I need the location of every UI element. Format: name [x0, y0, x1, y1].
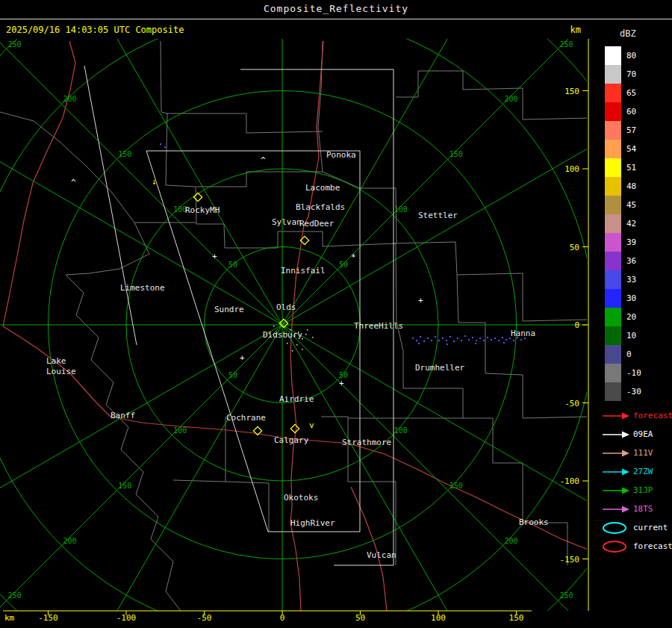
- legend-value: 36: [626, 256, 636, 266]
- y-axis-label: -100: [560, 476, 580, 486]
- radial-spoke: [0, 325, 282, 621]
- x-axis-label: 150: [509, 613, 524, 623]
- map-layers: 5010015020025050100150200250501001502002…: [0, 39, 596, 628]
- scan-line: [84, 66, 137, 345]
- map-symbol: ↓: [152, 177, 157, 187]
- ring-distance-label: 200: [63, 95, 76, 103]
- legend-symbol-label: current: [633, 523, 668, 532]
- legend-arrow-icon: [602, 410, 630, 422]
- ring-distance-label: 100: [394, 205, 408, 214]
- legend-color-swatch: [605, 196, 621, 214]
- city-label: Strathmore: [342, 438, 391, 447]
- legend-color-swatch: [605, 252, 621, 270]
- city-label: Drumheller: [415, 363, 465, 373]
- legend-value: 65: [626, 88, 636, 98]
- echo-dot: [513, 340, 514, 341]
- echo-dot: [483, 340, 485, 341]
- radial-spoke: [0, 116, 282, 325]
- legend-arrow-icon: [602, 503, 630, 515]
- city-label: Didsbury: [263, 330, 302, 340]
- city-label: Airdrie: [279, 394, 314, 404]
- echo-dot: [503, 342, 505, 343]
- legend-value: 45: [626, 200, 636, 210]
- legend-arrow-icon: [602, 466, 630, 478]
- ring-distance-label: 100: [394, 426, 408, 435]
- radial-spoke: [282, 39, 491, 325]
- legend-entry: 30: [605, 289, 641, 308]
- radar-site-marker: [193, 193, 202, 201]
- legend-entry: -10: [605, 364, 641, 382]
- legend-value: -10: [626, 368, 641, 378]
- radar-map[interactable]: 5010015020025050100150200250501001502002…: [0, 39, 596, 628]
- echo-dot: [487, 337, 488, 338]
- radar-application-window: Composite_Reflectivity 2025/09/16 14:03:…: [0, 0, 672, 628]
- legend-color-swatch: [605, 289, 621, 308]
- legend-symbol-label: 31JP: [633, 485, 653, 495]
- legend-entry: 51: [605, 158, 641, 177]
- city-label: Hanna: [511, 329, 535, 338]
- highway-line: [3, 41, 75, 326]
- legend-color-swatch: [605, 326, 621, 345]
- legend-symbol-label: 18TS: [633, 504, 653, 514]
- legend-value: 10: [626, 331, 636, 341]
- county-boundary: [161, 41, 196, 224]
- echo-dot: [447, 343, 448, 345]
- ring-distance-label: 200: [63, 537, 76, 545]
- county-boundary: [393, 242, 588, 321]
- legend-entry: 0: [605, 345, 641, 364]
- ring-distance-label: 100: [173, 426, 187, 435]
- legend-color-swatch: [605, 121, 621, 140]
- legend-entry: 45: [605, 196, 641, 214]
- map-symbol: +: [339, 379, 344, 388]
- legend-symbol-row: forecast: [602, 537, 672, 556]
- y-axis-label: 50: [570, 243, 579, 252]
- y-axis-label: -50: [564, 399, 579, 408]
- legend-arrow-icon: [602, 429, 630, 441]
- city-label: Brooks: [519, 517, 549, 527]
- radial-spoke: [73, 325, 282, 628]
- city-label: Okotoks: [284, 493, 318, 503]
- legend-value: 20: [626, 312, 636, 322]
- echo-dot: [457, 338, 458, 339]
- y-axis-label: 150: [564, 87, 579, 96]
- city-label: HighRiver: [290, 518, 335, 528]
- y-axis-label: 100: [564, 164, 579, 174]
- y-axis-label: -150: [560, 555, 580, 565]
- echo-dot: [431, 340, 432, 341]
- map-symbol: ^: [71, 178, 76, 187]
- legend-value: 48: [626, 181, 636, 191]
- legend-value: 51: [626, 163, 636, 172]
- legend-color-swatch: [605, 84, 621, 102]
- legend-entry: 65: [605, 84, 641, 102]
- radial-spoke: [0, 39, 282, 325]
- county-boundary: [396, 188, 396, 243]
- ring-distance-label: 250: [8, 40, 22, 49]
- ring-distance-label: 50: [228, 371, 237, 379]
- legend-value: 54: [626, 144, 636, 154]
- x-axis-label: 0: [280, 613, 285, 623]
- legend-ellipse-icon: [602, 541, 630, 553]
- echo-dot: [427, 338, 429, 339]
- ring-distance-label: 250: [559, 40, 573, 49]
- legend-color-swatch: [605, 214, 621, 233]
- map-symbol: +: [212, 252, 217, 261]
- echo-dot: [468, 339, 470, 341]
- legend-color-swatch: [605, 140, 621, 158]
- city-label: Louise: [46, 367, 76, 376]
- city-label: Olds: [276, 302, 296, 312]
- map-symbol: *: [351, 252, 356, 262]
- echo-dot: [494, 338, 496, 339]
- legend-arrow-icon: [602, 447, 630, 459]
- legend-symbols: forecast09EA111V27ZW31JP18TScurrentforec…: [602, 406, 672, 556]
- ring-distance-label: 150: [118, 150, 131, 158]
- legend-value: 80: [626, 51, 636, 60]
- echo-dot: [423, 341, 425, 342]
- timestamp-display: 2025/09/16 14:03:05 UTC Composite: [6, 25, 184, 35]
- legend-value: 39: [626, 237, 636, 247]
- legend-unit-label: dBZ: [620, 28, 636, 39]
- city-label: Lacombe: [305, 183, 340, 193]
- ring-distance-label: 150: [449, 150, 463, 158]
- legend-symbol-row: 18TS: [602, 500, 672, 518]
- county-boundary: [167, 114, 323, 133]
- legend-entry: 48: [605, 177, 641, 196]
